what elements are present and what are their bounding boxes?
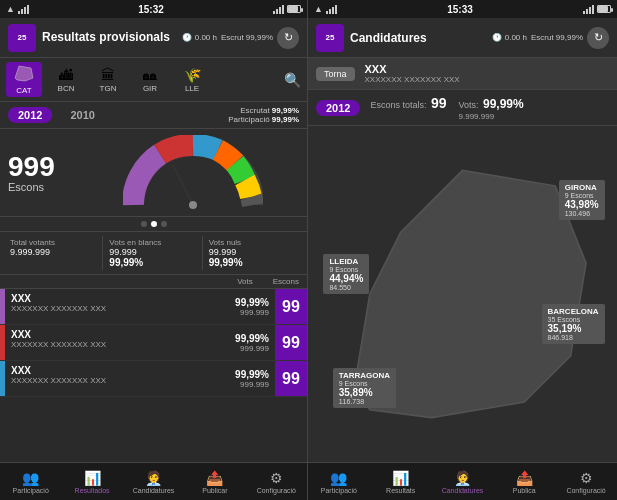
left-panel: ▲ 15:32 25 Resultats [0, 0, 308, 500]
region-tab-gir[interactable]: 🏘 GIR [132, 65, 168, 95]
status-left-icons: ▲ [6, 4, 29, 14]
stats-row: Total votants 9.999.999 Vots en blancs 9… [0, 232, 307, 275]
party-votes-0: 99,99% 999.999 [229, 289, 275, 324]
nav-config-right[interactable]: ⚙ Configuració [555, 463, 617, 500]
nav-publicar-left[interactable]: 📤 Publicar [184, 463, 245, 500]
year-selector: 2012 2010 Escrutat 99,99% Participació 9… [0, 102, 307, 129]
dot-1[interactable] [151, 221, 157, 227]
cand-stats: Escons totals: 99 Vots: 99,99% 9.999.999 [370, 94, 523, 121]
candidatures-icon-right: 🧑‍💼 [454, 470, 471, 486]
refresh-button-right[interactable]: ↻ [587, 27, 609, 49]
participacio-icon-left: 👥 [22, 470, 39, 486]
cand-year-button[interactable]: 2012 [316, 100, 360, 116]
participacio-icon-right: 👥 [330, 470, 347, 486]
nav-participacio-left[interactable]: 👥 Participació [0, 463, 61, 500]
time-badge-left: 🕐 0.00 h [182, 33, 216, 42]
participacio-label: Participació 99,99% [228, 115, 299, 124]
party-subname-1: XXXXXXX XXXXXXX XXX [11, 340, 223, 349]
region-tab-cat[interactable]: CAT [6, 62, 42, 97]
nav-candidatures-right[interactable]: 🧑‍💼 Candidatures [432, 463, 494, 500]
province-barcelona[interactable]: BARCELONA 35 Escons 35,19% 846.918 [542, 304, 605, 344]
config-label-right: Configuració [566, 487, 605, 494]
party-info-2: XXX XXXXXXX XXXXXXX XXX [5, 361, 229, 396]
candidate-full: XXXXXXX XXXXXXX XXX [365, 75, 460, 84]
publica-icon-right: 📤 [516, 470, 533, 486]
config-icon-right: ⚙ [580, 470, 593, 486]
party-pct-0: 99,99% [235, 297, 269, 308]
header-left: 25 Resultats provisionals 🕐 0.00 h Escru… [0, 18, 307, 58]
main-title-right: Candidatures [350, 31, 427, 45]
escons-totals-label: Escons totals: [370, 100, 426, 110]
party-info-1: XXX XXXXXXX XXXXXXX XXX [5, 325, 229, 360]
party-name-0: XXX [11, 293, 223, 304]
province-tarragona[interactable]: TARRAGONA 9 Escons 35,89% 116.738 [333, 368, 396, 408]
party-name-2: XXX [11, 365, 223, 376]
participacio-label-left: Participació [13, 487, 49, 494]
party-pct-2: 99,99% [235, 369, 269, 380]
nav-participacio-right[interactable]: 👥 Participació [308, 463, 370, 500]
party-abs-0: 999.999 [240, 308, 269, 317]
nav-publica-right[interactable]: 📤 Publica [493, 463, 555, 500]
escons-label: Escons [8, 181, 78, 193]
dot-2[interactable] [161, 221, 167, 227]
lle-icon: 🌾 [184, 67, 201, 83]
bcn-icon: 🏙 [59, 67, 73, 83]
back-button[interactable]: Torna [316, 67, 355, 81]
battery-fill-left [288, 6, 298, 12]
party-abs-2: 999.999 [240, 380, 269, 389]
col-vots-header: Vots [237, 277, 253, 286]
status-right-icons [273, 4, 301, 14]
vots-abs: 9.999.999 [459, 112, 524, 121]
nav-config-left[interactable]: ⚙ Configuració [246, 463, 307, 500]
region-tabs: CAT 🏙 BCN 🏛 TGN 🏘 GIR 🌾 LLE 🔍 [0, 58, 307, 102]
total-votants-label: Total votants [10, 238, 98, 247]
party-escons-0: 99 [275, 289, 307, 324]
result-row-1[interactable]: XXX XXXXXXX XXXXXXX XXX 99,99% 999.999 9… [0, 325, 307, 361]
region-tab-lle-label: LLE [185, 84, 199, 93]
vots-nuls-value: 99.999 [209, 247, 297, 257]
party-escons-2: 99 [275, 361, 307, 396]
nav-resultados-left[interactable]: 📊 Resultados [61, 463, 122, 500]
search-icon[interactable]: 🔍 [284, 72, 301, 88]
right-panel: ▲ 15:33 25 Candidatur [308, 0, 617, 500]
warning-icon-left: ▲ [6, 4, 15, 14]
escons-number: 999 [8, 153, 78, 181]
candidatures-icon-left: 🧑‍💼 [145, 470, 162, 486]
nav-resultats-right[interactable]: 📊 Resultats [370, 463, 432, 500]
signal-right-r [583, 4, 594, 14]
map-container: LLEIDA 9 Escons 44,94% 84.550 GIRONA 9 E… [308, 126, 617, 462]
year-2012-button[interactable]: 2012 [8, 107, 52, 123]
nav-candidatures-left[interactable]: 🧑‍💼 Candidatures [123, 463, 184, 500]
escrut-left: Escrut 99,99% [221, 33, 273, 42]
vots-blancs-cell: Vots en blancs 99.999 99,99% [105, 236, 202, 270]
refresh-button-left[interactable]: ↻ [277, 27, 299, 49]
result-row-0[interactable]: XXX XXXXXXX XXXXXXX XXX 99,99% 999.999 9… [0, 289, 307, 325]
vots-stat: Vots: 99,99% 9.999.999 [459, 94, 524, 121]
svg-point-3 [189, 201, 197, 209]
publicar-icon-left: 📤 [206, 470, 223, 486]
candidatures-label-right: Candidatures [442, 487, 484, 494]
escons-display: 999 Escons [8, 153, 78, 193]
region-tab-lle[interactable]: 🌾 LLE [174, 65, 210, 95]
col-escons-header: Escons [273, 277, 299, 286]
chart-area: 999 Escons [0, 129, 307, 217]
dot-0[interactable] [141, 221, 147, 227]
party-name-1: XXX [11, 329, 223, 340]
escons-totals-value: 99 [431, 95, 447, 111]
year-2010-button[interactable]: 2010 [60, 107, 104, 123]
candidate-name: XXX [365, 63, 460, 75]
party-info-0: XXX XXXXXXX XXXXXXX XXX [5, 289, 229, 324]
vots-blancs-label: Vots en blancs [109, 238, 197, 247]
region-tab-cat-label: CAT [16, 86, 31, 95]
header-meta-right: 🕐 0.00 h Escrut 99,99% ↻ [492, 27, 609, 49]
party-abs-1: 999.999 [240, 344, 269, 353]
vots-blancs-pct: 99,99% [109, 257, 197, 268]
region-tab-bcn[interactable]: 🏙 BCN [48, 65, 84, 95]
time-left: 15:32 [138, 4, 164, 15]
province-lleida[interactable]: LLEIDA 9 Escons 44,94% 84.550 [323, 254, 369, 294]
party-pct-1: 99,99% [235, 333, 269, 344]
result-row-2[interactable]: XXX XXXXXXX XXXXXXX XXX 99,99% 999.999 9… [0, 361, 307, 397]
province-girona[interactable]: GIRONA 9 Escons 43,98% 130.496 [559, 180, 605, 220]
catalonia-map-outline [308, 126, 617, 462]
region-tab-tgn[interactable]: 🏛 TGN [90, 65, 126, 95]
